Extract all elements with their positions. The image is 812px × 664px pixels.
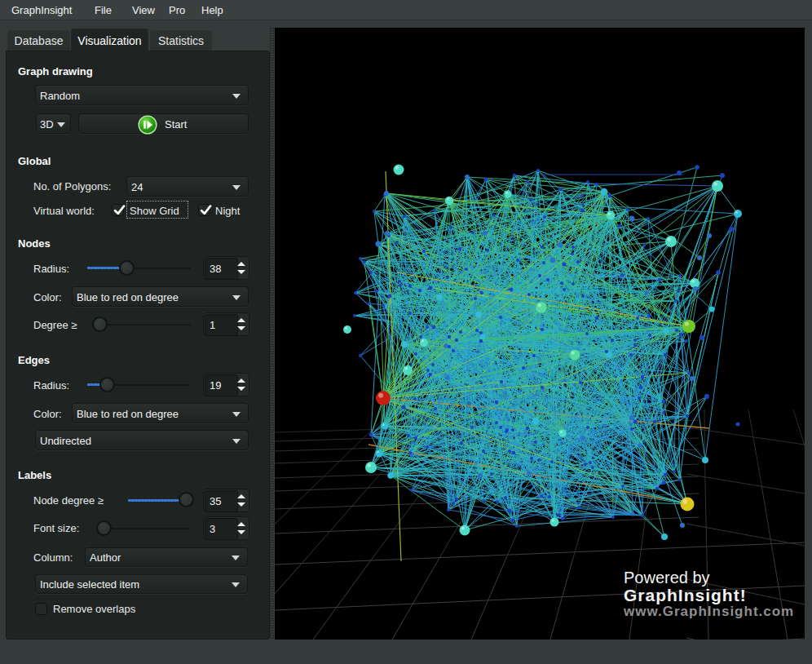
svg-text:www.GraphInsight.com: www.GraphInsight.com (623, 604, 794, 619)
svg-text:Powered by: Powered by (624, 569, 710, 587)
svg-text:GraphInsight!: GraphInsight! (624, 586, 747, 604)
